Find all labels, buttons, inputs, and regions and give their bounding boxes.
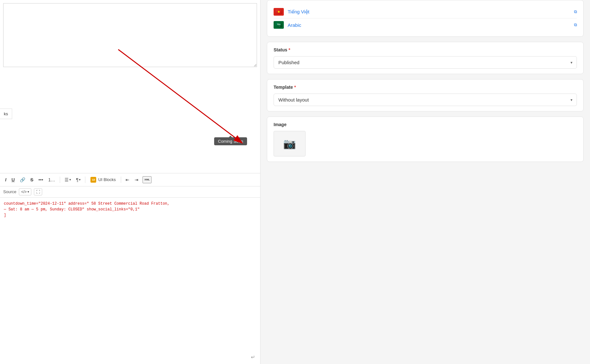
ui-blocks-button[interactable]: UI UI Blocks bbox=[88, 176, 118, 184]
status-select[interactable]: Published Draft Pending bbox=[274, 56, 577, 69]
outdent-icon: ⇤ bbox=[126, 177, 129, 182]
editor-textarea-wrapper bbox=[0, 0, 260, 173]
template-label: Template bbox=[274, 85, 293, 90]
source-label: Source bbox=[3, 189, 16, 194]
template-card: Template * Without layout Default Full w… bbox=[267, 79, 584, 111]
coming-soon-tooltip: Coming Soon bbox=[214, 137, 247, 145]
align-icon: ☰ bbox=[65, 177, 69, 182]
status-required-star: * bbox=[289, 47, 290, 52]
arabic-link[interactable]: Arabic bbox=[288, 22, 570, 28]
image-placeholder-icon: 📷 bbox=[283, 138, 296, 150]
outdent-button[interactable]: ⇤ bbox=[124, 176, 131, 184]
code-editor-area: countdown_time="2024-12-11" address=" 58… bbox=[0, 198, 260, 364]
coming-soon-label: Coming Soon bbox=[218, 139, 243, 144]
fullscreen-button[interactable]: ⛶ bbox=[34, 188, 42, 195]
align-dropdown[interactable]: ☰ ▾ bbox=[63, 176, 73, 184]
vietnamese-flag: 🇻🇳 bbox=[274, 8, 284, 16]
xml-icon: XML bbox=[143, 176, 151, 183]
toolbar-separator-3 bbox=[121, 177, 121, 183]
sidebar-stub-label: ks bbox=[4, 111, 8, 116]
arabic-external-icon: ⧉ bbox=[574, 22, 577, 27]
underline-icon: U bbox=[12, 177, 15, 182]
language-card: 🇻🇳 Tiếng Việt ⧉ 🇸🇦 Arabic ⧉ bbox=[267, 0, 584, 37]
template-select[interactable]: Without layout Default Full width bbox=[274, 94, 577, 106]
template-label-wrapper: Template * bbox=[274, 85, 577, 90]
left-editor-panel: ks I U 🔗 S ••• 1… ☰ ▾ ¶ ▾ bbox=[0, 0, 260, 364]
ui-blocks-label: UI Blocks bbox=[98, 177, 116, 182]
italic-button[interactable]: I bbox=[3, 176, 8, 184]
language-item-arabic[interactable]: 🇸🇦 Arabic ⧉ bbox=[274, 19, 577, 31]
code-content[interactable]: countdown_time="2024-12-11" address=" 58… bbox=[0, 198, 260, 364]
sidebar-stub: ks bbox=[0, 109, 12, 119]
source-dropdown-chevron: ▾ bbox=[27, 190, 29, 193]
indent-button[interactable]: ⇥ bbox=[133, 176, 140, 184]
ordered-list-button[interactable]: 1… bbox=[46, 176, 57, 184]
vietnamese-link[interactable]: Tiếng Việt bbox=[288, 9, 570, 15]
toolbar-separator-1 bbox=[60, 177, 60, 183]
align-chevron-icon: ▾ bbox=[69, 178, 71, 181]
right-panel: 🇻🇳 Tiếng Việt ⧉ 🇸🇦 Arabic ⧉ Status * Pub… bbox=[260, 0, 590, 364]
editor-textarea[interactable] bbox=[3, 3, 257, 67]
language-item-vietnamese[interactable]: 🇻🇳 Tiếng Việt ⧉ bbox=[274, 5, 577, 19]
italic-icon: I bbox=[5, 177, 6, 182]
source-code-button[interactable]: </> ▾ bbox=[19, 188, 31, 195]
xml-button[interactable]: XML bbox=[142, 175, 152, 184]
paragraph-icon: ¶ bbox=[76, 177, 79, 182]
strikethrough-button[interactable]: S bbox=[28, 176, 35, 184]
enter-icon: ↵ bbox=[251, 354, 255, 360]
image-placeholder[interactable]: 📷 bbox=[274, 131, 306, 156]
status-card: Status * Published Draft Pending ▾ bbox=[267, 42, 584, 74]
paragraph-dropdown[interactable]: ¶ ▾ bbox=[74, 176, 83, 184]
source-toolbar: Source </> ▾ ⛶ bbox=[0, 186, 260, 198]
status-label: Status bbox=[274, 47, 287, 52]
ordered-list-icon: 1… bbox=[48, 177, 55, 182]
toolbar-separator-2 bbox=[85, 177, 85, 183]
bullet-list-button[interactable]: ••• bbox=[36, 176, 45, 184]
strikethrough-icon: S bbox=[30, 177, 33, 182]
bullet-list-icon: ••• bbox=[38, 177, 43, 182]
xml-label: XML bbox=[144, 178, 150, 181]
link-button[interactable]: 🔗 bbox=[18, 176, 27, 184]
ui-blocks-icon-inner: UI bbox=[92, 178, 95, 181]
editor-toolbar: I U 🔗 S ••• 1… ☰ ▾ ¶ ▾ UI bbox=[0, 173, 260, 186]
paragraph-chevron-icon: ▾ bbox=[79, 178, 81, 181]
status-label-wrapper: Status * bbox=[274, 47, 577, 52]
ui-blocks-icon: UI bbox=[90, 177, 96, 183]
vietnamese-external-icon: ⧉ bbox=[574, 9, 577, 14]
status-select-wrapper: Published Draft Pending ▾ bbox=[274, 56, 577, 69]
indent-icon: ⇥ bbox=[135, 177, 138, 182]
image-card: Image 📷 bbox=[267, 117, 584, 162]
underline-button[interactable]: U bbox=[10, 176, 17, 184]
link-icon: 🔗 bbox=[20, 177, 25, 182]
template-select-wrapper: Without layout Default Full width ▾ bbox=[274, 94, 577, 106]
image-label: Image bbox=[274, 122, 577, 127]
fullscreen-icon: ⛶ bbox=[36, 190, 40, 194]
template-required-star: * bbox=[294, 85, 296, 90]
arabic-flag: 🇸🇦 bbox=[274, 21, 284, 29]
source-code-icon: </> bbox=[21, 190, 27, 194]
